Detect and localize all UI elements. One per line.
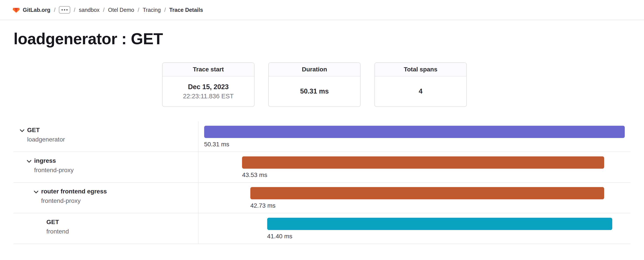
duration-card: Duration 50.31 ms [268,62,360,107]
breadcrumb-item-tracing[interactable]: Tracing [143,7,160,13]
span-operation: ingress [34,157,74,164]
breadcrumb: GitLab.org / / sandbox / Otel Demo / Tra… [12,6,203,14]
chevron-down-icon[interactable] [19,127,26,134]
span-row: router frontend egress frontend-proxy 42… [14,183,630,213]
span-duration-label: 43.53 ms [242,171,604,178]
ellipsis-icon [64,9,65,11]
span-duration-label: 50.31 ms [204,141,625,148]
duration-value: 50.31 ms [300,87,329,95]
breadcrumb-item-trace-details: Trace Details [169,7,203,13]
trace-start-time: 22:23:11.836 EST [183,93,234,100]
breadcrumb-separator: / [103,7,104,13]
chevron-down-icon[interactable] [33,189,40,195]
span-service: loadgenerator [27,136,65,143]
breadcrumb-item-otel-demo[interactable]: Otel Demo [108,7,134,13]
chevron-down-icon[interactable] [26,158,32,164]
span-row: GET frontend 41.40 ms [14,213,630,244]
span-bar-group: 50.31 ms [204,126,625,148]
breadcrumb-ellipsis-button[interactable] [59,6,70,14]
span-duration-bar[interactable] [242,156,604,169]
gitlab-tanuki-logo-icon [12,6,20,14]
span-bar-group: 43.53 ms [242,156,604,178]
breadcrumb-separator: / [54,7,55,13]
span-duration-bar[interactable] [250,187,604,199]
span-operation: GET [46,219,69,226]
trace-start-date: Dec 15, 2023 [188,83,229,91]
span-duration-bar[interactable] [204,126,625,138]
span-duration-label: 41.40 ms [267,233,612,240]
card-title: Total spans [375,63,466,76]
page-title: loadgenerator : GET [14,30,644,48]
breadcrumb-item-gitlab-org[interactable]: GitLab.org [12,6,50,14]
span-operation: router frontend egress [41,188,107,195]
card-title: Trace start [162,63,254,76]
breadcrumb-item-sandbox[interactable]: sandbox [79,7,100,13]
span-service: frontend-proxy [34,167,74,174]
span-row: ingress frontend-proxy 43.53 ms [14,152,630,183]
breadcrumb-separator: / [164,7,166,13]
breadcrumb-bar: GitLab.org / / sandbox / Otel Demo / Tra… [0,0,644,20]
trace-waterfall: GET loadgenerator 50.31 ms ingress front… [14,121,630,244]
span-service: frontend-proxy [41,197,107,204]
breadcrumb-separator: / [138,7,139,13]
span-duration-label: 42.73 ms [250,202,604,209]
span-row: GET loadgenerator 50.31 ms [14,121,630,152]
span-service: frontend [46,228,69,235]
span-duration-bar[interactable] [267,218,612,230]
breadcrumb-label: GitLab.org [23,7,50,13]
total-spans-value: 4 [418,87,422,95]
breadcrumb-separator: / [74,7,75,13]
total-spans-card: Total spans 4 [374,62,467,107]
span-bar-group: 42.73 ms [250,187,604,209]
trace-summary-cards: Trace start Dec 15, 2023 22:23:11.836 ES… [162,62,644,107]
card-title: Duration [269,63,360,76]
ellipsis-icon [66,9,68,11]
span-bar-group: 41.40 ms [267,218,612,240]
trace-start-card: Trace start Dec 15, 2023 22:23:11.836 ES… [162,62,254,107]
ellipsis-icon [62,9,63,11]
span-operation: GET [27,127,65,134]
